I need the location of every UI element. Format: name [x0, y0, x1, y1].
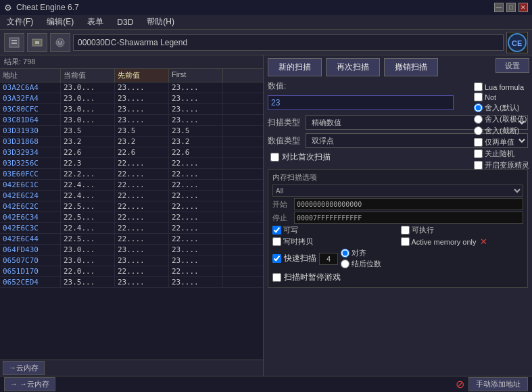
toolbar-btn-2[interactable]	[27, 33, 47, 52]
enable-elf-row: 开启变原精灵	[474, 160, 529, 170]
maximize-button[interactable]: □	[506, 3, 516, 12]
menu-file[interactable]: 文件(F)	[3, 15, 37, 29]
fast-scan-input[interactable]	[319, 253, 338, 265]
table-row[interactable]: 042E6C3C 22.4... 22.... 22....	[0, 223, 263, 234]
table-row[interactable]: 064FD430 23.0... 23.... 23....	[0, 245, 263, 255]
close-button[interactable]: ✕	[518, 3, 528, 12]
process-selector[interactable]: 000030DC-Shawarma Legend	[73, 34, 504, 51]
toolbar-btn-3[interactable]: M	[50, 33, 70, 52]
mem-all-select[interactable]: All	[272, 185, 523, 197]
title-bar-left: ⚙ Cheat Engine 6.7	[4, 3, 79, 13]
table-row[interactable]: 042E6C24 22.4... 22.... 22....	[0, 191, 263, 201]
cell-addr-8: 03E60FCC	[0, 169, 61, 179]
compare-checkbox[interactable]	[270, 153, 279, 162]
table-row[interactable]: 0652CED4 23.5... 23.... 23....	[0, 277, 263, 288]
table-row[interactable]: 03C81D64 23.0... 23.... 23....	[0, 115, 263, 126]
round-truncate-row: 舍入(截断)	[474, 126, 529, 136]
writable-checkbox[interactable]	[272, 226, 281, 235]
radio-group: 对齐 结后位数	[341, 248, 381, 269]
value-input[interactable]	[268, 95, 454, 110]
next-scan-button[interactable]: 再次扫描	[326, 58, 380, 76]
cell-prev-7: 22....	[115, 158, 169, 168]
table-header: 地址 当前值 先前值 First	[0, 69, 263, 82]
only-two-single-checkbox[interactable]	[474, 138, 483, 147]
executable-checkbox[interactable]	[401, 226, 410, 235]
lua-formula-checkbox[interactable]	[474, 82, 483, 91]
cell-first-10: 22....	[169, 191, 223, 201]
minimize-button[interactable]: —	[494, 3, 504, 12]
enable-elf-checkbox[interactable]	[474, 161, 483, 170]
svg-rect-2	[11, 43, 17, 44]
cell-first-13: 22....	[169, 223, 223, 233]
table-row[interactable]: 06507C70 23.0... 23.... 23....	[0, 255, 263, 266]
results-count: 结果: 798	[0, 55, 263, 69]
menu-d3d[interactable]: D3D	[113, 16, 137, 28]
cell-prev-15: 23....	[115, 245, 169, 255]
cell-cur-10: 22.4...	[61, 191, 115, 201]
copy-on-write-label: 写时拷贝	[283, 237, 313, 247]
fast-scan-checkbox[interactable]	[272, 254, 281, 263]
active-mem-checkbox[interactable]	[401, 237, 410, 246]
table-row[interactable]: 042E6C34 22.5... 22.... 22....	[0, 212, 263, 223]
round-extreme-label: 舍入(取极值)	[485, 114, 527, 124]
add-to-memory-button[interactable]: →云内存	[3, 361, 45, 375]
active-mem-cb-row: Active memory only ✕	[401, 237, 524, 247]
radio-last-digits[interactable]: 结后位数	[341, 259, 381, 269]
copy-on-write-checkbox[interactable]	[272, 237, 281, 246]
cell-addr-7: 03D3256C	[0, 158, 61, 168]
cell-prev-13: 22....	[115, 223, 169, 233]
cell-prev-12: 22....	[115, 212, 169, 222]
toolbar-btn-1[interactable]	[4, 33, 24, 52]
radio-align[interactable]: 对齐	[341, 248, 381, 258]
cell-cur-18: 23.5...	[61, 277, 115, 287]
mem-section-title: 内存扫描选项	[272, 172, 523, 182]
active-mem-clear[interactable]: ✕	[480, 237, 487, 247]
cell-first-11: 22....	[169, 201, 223, 212]
not-row: Not	[474, 93, 529, 101]
table-row[interactable]: 042E6C44 22.5... 22.... 22....	[0, 234, 263, 245]
executable-label: 可执行	[412, 225, 434, 235]
table-row[interactable]: 0651D170 22.0... 22.... 22....	[0, 266, 263, 277]
mem-start-input[interactable]	[294, 198, 523, 210]
table-row[interactable]: 03D3256C 22.3 22.... 22....	[0, 158, 263, 169]
table-row[interactable]: 03D32934 22.6 22.6 22.6	[0, 147, 263, 158]
cell-cur-2: 23.0...	[61, 104, 115, 114]
only-two-single-label: 仅两单值	[485, 137, 514, 147]
mem-start-label: 开始	[272, 199, 291, 210]
cell-cur-6: 22.6	[61, 147, 115, 157]
menu-table[interactable]: 表单	[83, 15, 107, 29]
settings-button[interactable]: 设置	[495, 58, 529, 73]
undo-scan-button[interactable]: 撤销扫描	[384, 58, 438, 76]
mem-stop-input[interactable]	[294, 212, 523, 224]
table-row[interactable]: 03D31868 23.2 23.2 23.2	[0, 137, 263, 147]
menu-help[interactable]: 帮助(H)	[143, 15, 178, 29]
table-row[interactable]: 042E6C1C 22.4... 22.... 22....	[0, 180, 263, 191]
add-to-memory-bottom-button[interactable]: → →云内存	[4, 377, 55, 391]
cell-prev-6: 22.6	[115, 147, 169, 157]
table-row[interactable]: 03A2C6A4 23.0... 23.... 23....	[0, 82, 263, 93]
table-row[interactable]: 03D31930 23.5 23.5 23.5	[0, 126, 263, 137]
cell-prev-16: 23....	[115, 255, 169, 266]
pause-game-row: 扫描时暂停游戏	[272, 272, 523, 283]
table-row[interactable]: 03C80CFC 23.0... 23.... 23....	[0, 104, 263, 115]
table-row[interactable]: 042E6C2C 22.5... 22.... 22....	[0, 201, 263, 212]
cell-prev-17: 22....	[115, 266, 169, 276]
not-label: Not	[485, 93, 496, 101]
disable-random-checkbox[interactable]	[474, 149, 483, 158]
active-mem-label: Active memory only	[412, 238, 477, 246]
value-label: 数值:	[268, 80, 301, 92]
not-checkbox[interactable]	[474, 93, 483, 101]
lua-formula-row: Lua formula	[474, 82, 529, 91]
mem-stop-label: 停止	[272, 213, 291, 223]
table-row[interactable]: 03E60FCC 22.2... 22.... 22....	[0, 169, 263, 180]
add-to-list-button[interactable]: 手动添加地址	[468, 377, 528, 391]
title-bar-controls: — □ ✕	[494, 3, 528, 12]
pause-game-checkbox[interactable]	[272, 273, 281, 282]
cell-cur-1: 23.0...	[61, 93, 115, 103]
cell-cur-4: 23.5	[61, 126, 115, 136]
new-scan-button[interactable]: 新的扫描	[268, 58, 322, 76]
table-row[interactable]: 03A32FA4 23.0... 23.... 23....	[0, 93, 263, 104]
cell-prev-14: 22....	[115, 234, 169, 244]
mem-checkboxes: 可写 可执行 写时拷贝 Active memory only ✕	[272, 225, 523, 247]
menu-edit[interactable]: 编辑(E)	[43, 15, 78, 29]
